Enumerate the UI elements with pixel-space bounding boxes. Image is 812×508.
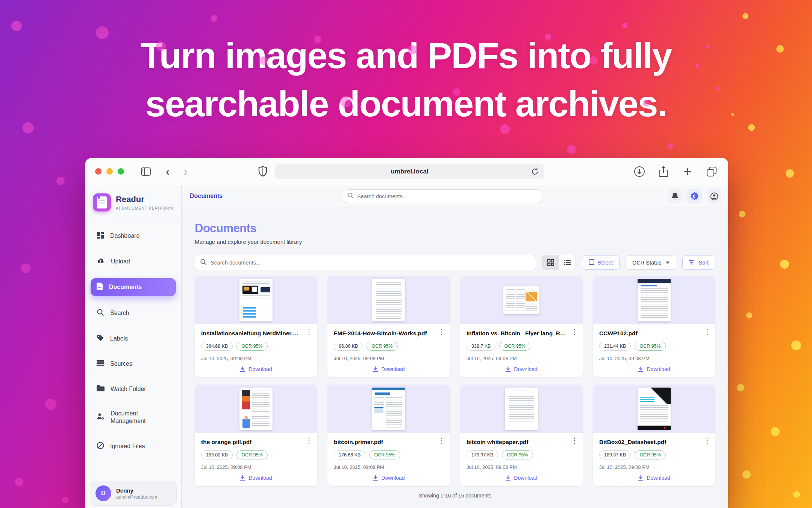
- document-card[interactable]: FMF-2014-How-Bitcoin-Works.pdf ⋮ 86.86 K…: [327, 276, 450, 377]
- doc-date: Jul 10, 2025, 09:08 PM: [334, 356, 444, 361]
- sort-button[interactable]: Sort: [682, 255, 715, 270]
- user-card[interactable]: D Denny admin@readur.com: [90, 481, 177, 506]
- bg-dot: [791, 341, 801, 350]
- size-badge: 364.68 KB: [201, 342, 233, 351]
- document-card[interactable]: bitcoin whitepaper.pdf ⋮ 179.97 KBOCR 95…: [460, 385, 583, 486]
- bg-dot: [11, 21, 22, 31]
- bg-dot: [786, 169, 794, 178]
- sidebar-item-dashboard[interactable]: Dashboard: [91, 227, 176, 245]
- browser-sidebar-toggle-icon[interactable]: [138, 164, 153, 179]
- sidebar-item-upload[interactable]: Upload: [91, 253, 176, 270]
- ocr-badge: OCR 95%: [502, 450, 533, 459]
- reload-icon[interactable]: [530, 167, 539, 178]
- hero-line-2: searchable document archives.: [145, 83, 667, 124]
- list-view-button[interactable]: [559, 255, 576, 270]
- doc-date: Jul 10, 2025, 09:08 PM: [467, 464, 576, 470]
- sidebar-item-documents[interactable]: Documents: [91, 278, 176, 296]
- more-options-icon[interactable]: ⋮: [438, 329, 445, 335]
- sidebar-item-ignored-files[interactable]: Ignored Files: [91, 437, 176, 455]
- doc-thumbnail: [593, 276, 715, 324]
- document-card[interactable]: Inflation vs. Bitcoin_ Flyer lang_RGB.pd…: [460, 276, 583, 377]
- download-link[interactable]: Download: [334, 475, 444, 481]
- bg-dot: [21, 263, 30, 273]
- back-button[interactable]: ‹: [160, 164, 175, 179]
- download-link[interactable]: Download: [599, 475, 709, 481]
- page-title: Documents: [195, 222, 715, 235]
- bg-dot: [793, 491, 800, 498]
- cloud-upload-icon: [97, 257, 105, 266]
- sidebar-item-labels[interactable]: Labels: [91, 330, 176, 347]
- download-link[interactable]: Download: [467, 366, 576, 372]
- readur-app: Readur AI DOCUMENT PLATFORM Dashboard Up…: [85, 185, 728, 508]
- url-text: umbrel.local: [391, 168, 428, 175]
- doc-thumbnail: [460, 276, 583, 324]
- ocr-status-dropdown[interactable]: OCR Status: [626, 255, 676, 270]
- select-button[interactable]: Select: [582, 255, 620, 270]
- browser-actions: [632, 164, 719, 179]
- theme-moon-icon[interactable]: [687, 189, 702, 204]
- main-panel: Documents Docu: [182, 185, 728, 508]
- chevron-down-icon: [666, 262, 670, 264]
- forward-button[interactable]: ›: [178, 164, 193, 179]
- minimize-window-button[interactable]: [106, 168, 113, 175]
- size-badge: 189.37 KB: [599, 450, 631, 459]
- address-bar[interactable]: umbrel.local: [275, 164, 544, 179]
- brand-tagline: AI DOCUMENT PLATFORM: [116, 206, 173, 210]
- bg-dot: [56, 177, 65, 185]
- doc-thumbnail: [195, 385, 317, 433]
- global-search-input[interactable]: [357, 193, 538, 199]
- more-options-icon[interactable]: ⋮: [306, 329, 312, 335]
- account-icon[interactable]: [707, 189, 721, 204]
- zoom-window-button[interactable]: [118, 168, 124, 175]
- bg-dot: [45, 399, 56, 410]
- documents-toolbar: Select OCR Status Sort: [195, 255, 715, 270]
- more-options-icon[interactable]: ⋮: [438, 437, 445, 444]
- bg-dot: [780, 260, 789, 269]
- document-card[interactable]: Installationsanleitung NerdMiner.pdf ⋮ 3…: [195, 276, 317, 377]
- download-link[interactable]: Download: [599, 366, 709, 372]
- ocr-badge: OCR 95%: [236, 342, 267, 351]
- bg-dot: [737, 384, 744, 391]
- global-search[interactable]: [342, 189, 543, 203]
- documents-search[interactable]: [195, 255, 536, 270]
- sidebar-item-sources[interactable]: Sources: [91, 355, 176, 373]
- privacy-shield-icon[interactable]: [258, 166, 267, 178]
- bell-icon[interactable]: [668, 189, 682, 204]
- new-tab-icon[interactable]: [680, 164, 695, 179]
- more-options-icon[interactable]: ⋮: [306, 437, 312, 444]
- documents-search-input[interactable]: [211, 260, 531, 266]
- document-card[interactable]: CCWP102.pdf ⋮ 231.44 KBOCR 95% Jul 10, 2…: [593, 276, 715, 377]
- sidebar-item-watch-folder[interactable]: Watch Folder: [91, 380, 176, 397]
- results-summary: Showing 1-16 of 16 documents: [195, 486, 715, 502]
- doc-name: CCWP102.pdf: [599, 330, 709, 337]
- browser-toolbar: ‹ › umbrel.local: [85, 158, 728, 185]
- sidebar-item-search[interactable]: Search: [91, 304, 176, 322]
- documents-grid: Installationsanleitung NerdMiner.pdf ⋮ 3…: [195, 276, 715, 486]
- sidebar-item-document-management[interactable]: Document Management: [91, 405, 176, 429]
- more-options-icon[interactable]: ⋮: [704, 329, 710, 335]
- ocr-badge: OCR 95%: [635, 450, 665, 459]
- close-window-button[interactable]: [95, 168, 102, 175]
- downloads-icon[interactable]: [632, 164, 647, 179]
- doc-name: the orange pill.pdf: [201, 439, 311, 446]
- more-options-icon[interactable]: ⋮: [571, 437, 578, 444]
- download-link[interactable]: Download: [334, 366, 444, 372]
- doc-name: bitcoin whitepaper.pdf: [467, 439, 576, 446]
- download-link[interactable]: Download: [201, 475, 311, 481]
- download-link[interactable]: Download: [467, 475, 576, 481]
- blocked-circle-icon: [97, 442, 104, 451]
- breadcrumb[interactable]: Documents: [190, 193, 223, 199]
- ocr-badge: OCR 95%: [635, 342, 665, 351]
- doc-date: Jul 10, 2025, 09:08 PM: [334, 464, 444, 470]
- tab-overview-icon[interactable]: [704, 164, 719, 179]
- document-card[interactable]: BitBox02_Datasheet.pdf ⋮ 189.37 KBOCR 95…: [593, 385, 715, 486]
- avatar: D: [95, 485, 111, 501]
- more-options-icon[interactable]: ⋮: [704, 437, 710, 444]
- document-card[interactable]: the orange pill.pdf ⋮ 183.02 KBOCR 95% J…: [195, 385, 317, 486]
- grid-view-button[interactable]: [542, 255, 559, 270]
- share-icon[interactable]: [656, 164, 671, 179]
- more-options-icon[interactable]: ⋮: [571, 329, 578, 335]
- document-card[interactable]: bitcoin.primer.pdf ⋮ 176.66 KBOCR 95% Ju…: [327, 385, 450, 486]
- download-link[interactable]: Download: [201, 366, 311, 372]
- ocr-badge: OCR 95%: [369, 450, 400, 459]
